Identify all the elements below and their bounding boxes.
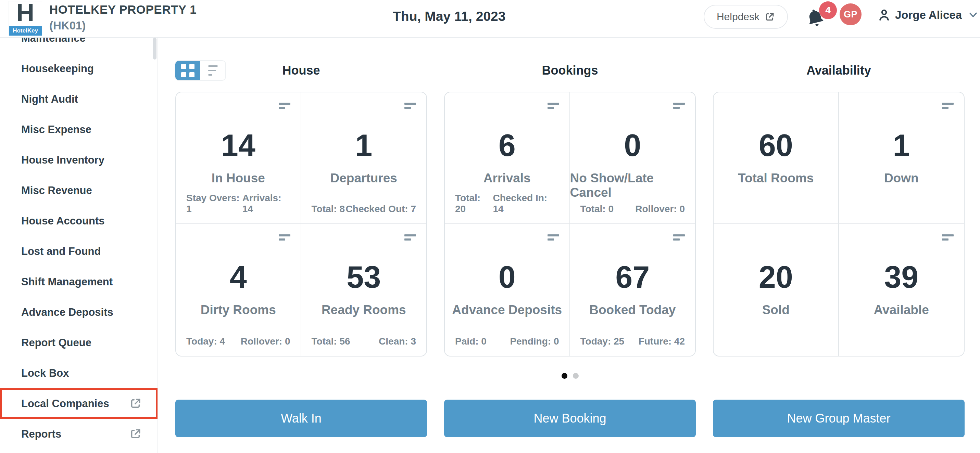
card-value: 6 — [499, 130, 516, 161]
card-value: 14 — [221, 130, 255, 161]
pagination-dot-2[interactable] — [573, 373, 579, 379]
card-value: 20 — [759, 262, 793, 293]
card-stat-right: Future: 42 — [639, 336, 685, 347]
notification-count-badge: 4 — [819, 2, 837, 19]
card-stat-right: Checked In: 14 — [493, 193, 559, 214]
card-label: Advance Deposits — [452, 303, 562, 317]
card-label: In House — [212, 171, 265, 185]
card-booked-today[interactable]: 67 Booked Today Today: 25 Future: 42 — [570, 224, 695, 356]
card-ready-rooms[interactable]: 53 Ready Rooms Total: 56 Clean: 3 — [301, 224, 426, 356]
card-arrivals[interactable]: 6 Arrivals Total: 20 Checked In: 14 — [445, 92, 570, 224]
card-stat-left: Stay Overs: 1 — [186, 193, 242, 214]
user-menu[interactable]: Jorge Alicea — [877, 5, 979, 25]
details-icon — [547, 234, 559, 241]
card-stats: Total: 0 Rollover: 0 — [581, 204, 685, 214]
card-down[interactable]: 1 Down — [839, 92, 964, 224]
card-stat-right: Rollover: 0 — [635, 204, 685, 214]
card-stats: Total: 20 Checked In: 14 — [455, 193, 559, 214]
card-label: Dirty Rooms — [200, 303, 276, 317]
sidebar-item-label: Report Queue — [21, 337, 91, 349]
card-label: Ready Rooms — [321, 303, 406, 317]
card-stat-right: Pending: 0 — [510, 336, 559, 347]
sidebar-item-lock-box[interactable]: Lock Box — [0, 358, 158, 388]
details-icon — [404, 234, 416, 241]
carousel-pagination — [444, 373, 696, 379]
card-in-house[interactable]: 14 In House Stay Overs: 1 Arrivals: 14 — [176, 92, 301, 224]
card-stats: Total: 8 Checked Out: 7 — [312, 204, 416, 214]
property-name: HOTELKEY PROPERTY 1 — [49, 3, 197, 16]
card-value: 53 — [347, 262, 381, 293]
card-value: 67 — [615, 262, 649, 293]
sidebar-item-misc-expense[interactable]: Misc Expense — [0, 114, 158, 145]
sidebar-item-label: Housekeeping — [21, 63, 94, 75]
external-link-icon — [129, 397, 142, 410]
card-stats: Today: 4 Rollover: 0 — [186, 336, 290, 347]
details-icon — [942, 103, 954, 109]
sidebar-item-shift-management[interactable]: Shift Management — [0, 266, 158, 297]
card-label: Down — [884, 171, 919, 185]
sidebar-item-label: House Inventory — [21, 154, 105, 166]
details-icon — [942, 234, 954, 241]
property-code: (HK01) — [49, 19, 86, 32]
helpdesk-button[interactable]: Helpdesk — [704, 5, 788, 29]
card-departures[interactable]: 1 Departures Total: 8 Checked Out: 7 — [301, 92, 426, 224]
card-no-show-late-cancel[interactable]: 0 No Show/Late Cancel Total: 0 Rollover:… — [570, 92, 695, 224]
sidebar-scrollbar[interactable] — [153, 38, 156, 60]
section-title-house: House — [175, 61, 427, 80]
sidebar-item-misc-revenue[interactable]: Misc Revenue — [0, 175, 158, 206]
section-title-availability: Availability — [713, 61, 964, 80]
card-label: No Show/Late Cancel — [570, 171, 695, 200]
sidebar-item-house-inventory[interactable]: House Inventory — [0, 145, 158, 175]
avatar[interactable]: GP — [840, 3, 862, 25]
person-icon — [877, 8, 892, 22]
new-group-master-button[interactable]: New Group Master — [713, 400, 964, 437]
card-label: Departures — [331, 171, 397, 185]
pagination-dot-1[interactable] — [562, 373, 567, 379]
card-total-rooms[interactable]: 60 Total Rooms — [714, 92, 839, 224]
card-label: Total Rooms — [738, 171, 814, 185]
sidebar-item-lost-and-found[interactable]: Lost and Found — [0, 236, 158, 266]
card-label: Arrivals — [484, 171, 531, 185]
card-dirty-rooms[interactable]: 4 Dirty Rooms Today: 4 Rollover: 0 — [176, 224, 301, 356]
hotelkey-logo[interactable]: H HotelKey — [9, 2, 42, 36]
house-card-grid: 14 In House Stay Overs: 1 Arrivals: 14 1… — [175, 92, 427, 356]
card-label: Sold — [762, 303, 790, 317]
card-advance-deposits[interactable]: 0 Advance Deposits Paid: 0 Pending: 0 — [445, 224, 570, 356]
walk-in-button[interactable]: Walk In — [175, 400, 427, 437]
card-stat-right: Rollover: 0 — [241, 336, 290, 347]
details-icon — [547, 103, 559, 109]
chevron-down-icon — [967, 9, 979, 21]
sidebar-item-label: Misc Expense — [21, 124, 91, 136]
sidebar-item-label: Local Companies — [21, 398, 109, 410]
card-stat-right: Clean: 3 — [379, 336, 416, 347]
sidebar-item-housekeeping[interactable]: Housekeeping — [0, 53, 158, 84]
section-title-bookings: Bookings — [444, 61, 696, 80]
details-icon — [673, 234, 685, 241]
details-icon — [673, 103, 685, 109]
card-stat-left: Total: 56 — [312, 336, 350, 347]
logo-brand-label: HotelKey — [9, 26, 42, 36]
card-stats: Today: 25 Future: 42 — [581, 336, 685, 347]
card-stat-left: Total: 8 — [312, 204, 345, 214]
top-header: H HotelKey HOTELKEY PROPERTY 1 (HK01) Th… — [0, 0, 980, 38]
sidebar-item-report-queue[interactable]: Report Queue — [0, 328, 158, 358]
card-label: Available — [874, 303, 929, 317]
sidebar-item-local-companies[interactable]: Local Companies — [0, 388, 158, 419]
new-booking-button[interactable]: New Booking — [444, 400, 696, 437]
card-available[interactable]: 39 Available — [839, 224, 964, 356]
sidebar-item-house-accounts[interactable]: House Accounts — [0, 206, 158, 236]
sidebar-item-reports[interactable]: Reports — [0, 419, 158, 449]
sidebar-item-maintenance[interactable]: Maintenance — [0, 38, 158, 53]
sidebar-item-label: Maintenance — [21, 38, 86, 44]
sidebar: Maintenance Housekeeping Night Audit Mis… — [0, 38, 158, 453]
card-stat-right: Checked Out: 7 — [346, 204, 416, 214]
card-value: 39 — [884, 262, 918, 293]
sidebar-item-advance-deposits[interactable]: Advance Deposits — [0, 297, 158, 328]
card-stats: Total: 56 Clean: 3 — [312, 336, 416, 347]
logo-letter: H — [9, 0, 42, 24]
sidebar-item-label: Lost and Found — [21, 246, 101, 258]
card-sold[interactable]: 20 Sold — [714, 224, 839, 356]
sidebar-item-night-audit[interactable]: Night Audit — [0, 84, 158, 114]
sidebar-item-label: Reports — [21, 428, 61, 440]
helpdesk-label: Helpdesk — [717, 11, 759, 22]
